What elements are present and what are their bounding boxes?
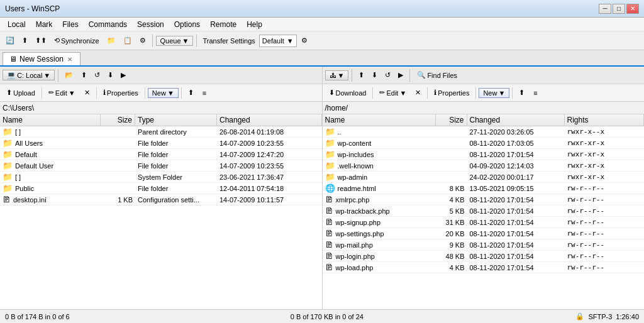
file-icon: 📁	[3, 138, 13, 148]
left-col-name[interactable]: Name	[0, 114, 101, 126]
right-nav-bk[interactable]: ≡	[530, 88, 541, 98]
table-row[interactable]: 🖹 wp-signup.php 31 KB 08-11-2020 17:01:5…	[323, 217, 645, 228]
left-new-button[interactable]: New ▼	[148, 88, 179, 98]
left-nav-btn4[interactable]: ⬇	[104, 69, 116, 81]
left-edit-button[interactable]: ✏ Edit ▼	[45, 87, 79, 98]
menu-options[interactable]: Options	[169, 19, 205, 30]
toolbar-sep-2	[196, 35, 197, 47]
table-row[interactable]: 📁 All Users File folder 14-07-2009 10:23…	[0, 138, 322, 149]
left-delete-button[interactable]: ✕	[80, 87, 94, 98]
file-icon: 📁	[3, 183, 13, 193]
file-name: wp-content	[338, 140, 372, 147]
table-row[interactable]: 🌐 readme.html 8 KB 13-05-2021 09:05:15 r…	[323, 183, 645, 194]
left-col-changed[interactable]: Changed	[217, 114, 322, 126]
toolbar-btn-1[interactable]: 🔄	[3, 35, 18, 47]
table-row[interactable]: 🖹 wp-trackback.php 5 KB 08-11-2020 17:01…	[323, 205, 645, 217]
file-name: wp-login.php	[336, 253, 375, 260]
right-nav-btn4[interactable]: ▶	[395, 69, 406, 81]
toolbar-btn-6[interactable]: ⚙	[136, 35, 149, 47]
table-row[interactable]: 🖹 desktop.ini 1 KB Configuration setti..…	[0, 194, 322, 205]
file-size: 9 KB	[436, 241, 467, 249]
right-new-button[interactable]: New ▼	[479, 88, 509, 98]
left-nav-fwd[interactable]: ⬆	[184, 87, 197, 98]
table-row[interactable]: 🖹 wp-load.php 4 KB 08-11-2020 17:01:54 r…	[323, 262, 645, 273]
toolbar-btn-2[interactable]: ⬆	[19, 35, 31, 47]
right-nav-fwd[interactable]: ⬆	[515, 87, 528, 98]
left-nav-btn3[interactable]: ↺	[91, 69, 103, 81]
right-col-name[interactable]: Name	[323, 114, 436, 126]
file-name: wp-trackback.php	[336, 207, 390, 215]
table-row[interactable]: 📁 Public File folder 12-04-2011 07:54:18	[0, 183, 322, 194]
right-edit-button[interactable]: ✏ Edit ▼	[375, 87, 410, 98]
table-row[interactable]: 📁 wp-includes 08-11-2020 17:01:54 rwxr-x…	[323, 149, 645, 160]
time-display: 1:26:40	[616, 313, 639, 320]
table-row[interactable]: 📁 [ ] Parent directory 26-08-2014 01:19:…	[0, 126, 322, 138]
toolbar-btn-5[interactable]: 📋	[120, 35, 135, 47]
upload-button[interactable]: ⬆ Upload	[3, 87, 39, 98]
find-icon: 🔍	[417, 71, 426, 79]
right-col-changed[interactable]: Changed	[467, 114, 565, 126]
table-row[interactable]: 📁 Default File folder 14-07-2009 12:47:2…	[0, 149, 322, 160]
right-nav-btn1[interactable]: ⬆	[355, 69, 367, 81]
right-file-list[interactable]: Name Size Changed Rights 📁 .. 27-11-2020…	[323, 114, 645, 309]
file-rights: rwxr-xr-x	[565, 150, 645, 158]
file-rights: rw-r--r--	[565, 184, 645, 192]
left-file-list[interactable]: Name Size Type Changed 📁 [ ] Parent dire…	[0, 114, 322, 309]
minimize-button[interactable]: ─	[599, 4, 611, 14]
left-properties-button[interactable]: ℹ Properties	[99, 87, 142, 98]
menu-commands[interactable]: Commands	[84, 19, 132, 30]
table-row[interactable]: 📁 .well-known 04-09-2020 12:14:03 rwxr-x…	[323, 160, 645, 172]
right-col-size[interactable]: Size	[436, 114, 467, 126]
table-row[interactable]: 🖹 wp-settings.php 20 KB 08-11-2020 17:01…	[323, 228, 645, 239]
file-icon: 📁	[3, 150, 13, 159]
table-row[interactable]: 📁 [ ] System Folder 23-06-2021 17:36:47	[0, 172, 322, 183]
dropdown-arrow: ▼	[287, 37, 294, 45]
menu-files[interactable]: Files	[57, 19, 83, 30]
right-properties-button[interactable]: ℹ Properties	[430, 87, 473, 98]
right-col-rights[interactable]: Rights	[565, 114, 645, 126]
right-nav-btn3[interactable]: ↺	[382, 69, 394, 81]
table-row[interactable]: 🖹 wp-mail.php 9 KB 08-11-2020 17:01:54 r…	[323, 239, 645, 251]
table-row[interactable]: 📁 wp-content 08-11-2020 17:03:05 rwxr-xr…	[323, 138, 645, 149]
transfer-settings-dropdown[interactable]: Default ▼	[259, 35, 297, 47]
left-nav-btn1[interactable]: 📂	[62, 69, 77, 81]
left-col-size[interactable]: Size	[101, 114, 135, 126]
queue-button[interactable]: Queue ▼	[156, 36, 194, 46]
right-drive-selector[interactable]: 🖧 ▼	[325, 70, 349, 80]
toolbar-btn-3[interactable]: ⬆⬆	[32, 35, 50, 47]
synchronize-button[interactable]: ⟲ Synchronize	[51, 35, 103, 47]
left-nav-bar: 💻 C: Local ▼ 📂 ⬆ ↺ ⬇ ▶	[0, 67, 322, 84]
file-changed: 04-09-2020 12:14:03	[467, 162, 565, 170]
tab-close-button[interactable]: ✕	[66, 56, 74, 63]
left-nav-bk[interactable]: ≡	[199, 88, 210, 98]
left-nav-btn2[interactable]: ⬆	[78, 69, 90, 81]
menu-mark[interactable]: Mark	[31, 19, 58, 30]
table-row[interactable]: 📁 Default User File folder 14-07-2009 10…	[0, 160, 322, 172]
close-button[interactable]: ✕	[626, 4, 639, 14]
download-button[interactable]: ⬇ Download	[325, 87, 370, 98]
menu-remote[interactable]: Remote	[205, 19, 242, 30]
main-toolbar: 🔄 ⬆ ⬆⬆ ⟲ Synchronize 📁 📋 ⚙ Queue ▼ Trans…	[0, 31, 644, 50]
menu-session[interactable]: Session	[132, 19, 169, 30]
file-changed: 14-07-2009 10:23:55	[217, 140, 322, 147]
right-delete-button[interactable]: ✕	[411, 87, 425, 98]
toolbar-btn-7[interactable]: ⚙	[298, 35, 311, 47]
table-row[interactable]: 🖹 wp-login.php 48 KB 08-11-2020 17:01:54…	[323, 251, 645, 262]
find-files-button[interactable]: 🔍 Find Files	[413, 70, 461, 80]
menu-help[interactable]: Help	[242, 19, 267, 30]
file-name: .well-known	[338, 162, 374, 170]
left-column-headers: Name Size Type Changed	[0, 114, 322, 126]
tab-item[interactable]: 🖥 New Session ✕	[3, 52, 80, 65]
menu-local[interactable]: Local	[3, 19, 31, 30]
left-col-type[interactable]: Type	[135, 114, 217, 126]
properties-icon: ℹ	[103, 89, 106, 97]
table-row[interactable]: 📁 wp-admin 24-02-2020 00:01:17 rwxr-xr-x	[323, 172, 645, 183]
toolbar-btn-4[interactable]: 📁	[104, 35, 119, 47]
maximize-button[interactable]: □	[613, 4, 625, 14]
left-nav-btn5[interactable]: ▶	[118, 69, 129, 81]
table-row[interactable]: 📁 .. 27-11-2020 03:26:05 rwxr-x--x	[323, 126, 645, 138]
right-nav-btn2[interactable]: ⬇	[369, 69, 380, 81]
file-name: [ ]	[15, 128, 21, 136]
left-drive-selector[interactable]: 💻 C: Local ▼	[3, 70, 55, 80]
table-row[interactable]: 🖹 xmlrpc.php 4 KB 08-11-2020 17:01:54 rw…	[323, 194, 645, 205]
